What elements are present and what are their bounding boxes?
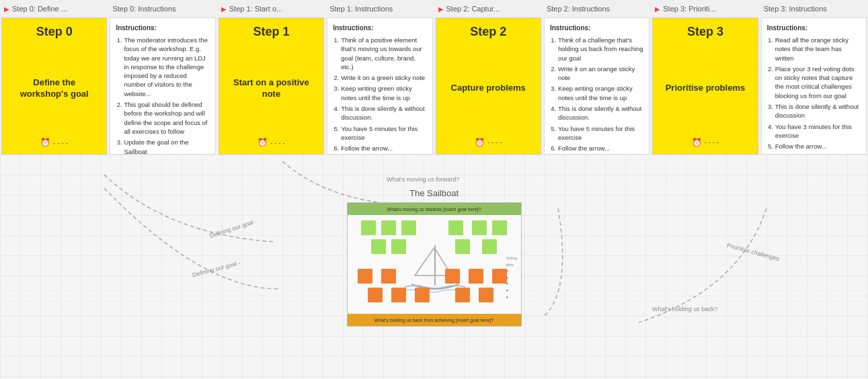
step-3-title: Prioritise problems xyxy=(666,83,745,94)
sticky-orange-3 xyxy=(445,269,460,284)
step-3-pair: ▶ Step 3: Prioriti... Step 3 Prioritise … xyxy=(651,0,868,155)
step-2-inst-2: Write it on an orange sticky note xyxy=(558,65,643,83)
sailboat-top-bar: What's moving us towards [Insert goal he… xyxy=(348,203,521,215)
step-3-inst-header-title: Step 3: Instructions xyxy=(764,5,827,13)
step-0-inst-label: Instructions: xyxy=(116,24,209,33)
step-0-timer: - - - - xyxy=(53,139,68,146)
step-1-title: Start on a positive note xyxy=(226,77,317,100)
step-2-inst-list: Think of a challenge that's holding us b… xyxy=(550,36,643,153)
defining-goal-bottom-label: Defining our goal - xyxy=(192,259,241,279)
step-3-inst-header: Step 3: Instructions xyxy=(760,0,868,17)
sailboat-container: The Sailboat What's moving us towards [I… xyxy=(347,188,522,327)
step-1-inst-header-title: Step 1: Instructions xyxy=(329,5,393,13)
step-0-inst-2: This goal should be defined before the w… xyxy=(124,100,209,136)
step-2-header-title: Step 2: Captur... xyxy=(446,5,500,13)
step-3-instructions: Instructions: Read all the orange sticky… xyxy=(761,17,867,155)
step-1-inst-1: Think of a positive element that's movin… xyxy=(341,36,426,71)
sticky-orange-9 xyxy=(455,288,470,302)
step-0-triangle-icon: ▶ xyxy=(4,5,9,13)
step-1-triangle-icon: ▶ xyxy=(221,5,227,13)
step-0-inst-list: The moderator introduces the focus of th… xyxy=(116,36,209,155)
step-3-footer: ⏰ - - - - xyxy=(660,138,750,147)
sticky-green-1 xyxy=(361,220,376,235)
sticky-green-2 xyxy=(381,220,396,235)
sticky-orange-5 xyxy=(492,269,507,284)
step-3-inst-4: You have 3 minutes for this exercise xyxy=(775,122,861,140)
sticky-orange-4 xyxy=(469,269,483,284)
step-0-inst-wrapper: Step 0: Instructions Instructions: The m… xyxy=(108,0,216,155)
step-2-card: Step 2 Capture problems ⏰ - - - - xyxy=(436,17,541,155)
sticky-orange-6 xyxy=(368,288,383,302)
step-2-inst-1: Think of a challenge that's holding us b… xyxy=(558,36,643,62)
sailboat-middle: Voting dots ●●●●● xyxy=(348,215,521,314)
step-0-clock-icon: ⏰ xyxy=(40,138,50,147)
step-1-inst-5: You have 5 minutes for this exercise xyxy=(341,124,426,142)
step-3-header: ▶ Step 3: Prioriti... xyxy=(651,0,759,17)
sticky-green-10 xyxy=(482,239,497,254)
step-2-triangle-icon: ▶ xyxy=(438,5,444,13)
step-0-inst-1: The moderator introduces the focus of th… xyxy=(124,36,209,98)
step-1-number: Step 1 xyxy=(253,25,289,39)
step-1-instructions: Instructions: Think of a positive elemen… xyxy=(327,17,432,155)
step-3-number: Step 3 xyxy=(687,25,723,39)
step-2-number: Step 2 xyxy=(470,25,506,39)
step-0-card: Step 0 Define the workshop's goal ⏰ - - … xyxy=(1,17,107,155)
step-2-clock-icon: ⏰ xyxy=(475,138,485,147)
prioritize-label: Prioritize challenges xyxy=(726,242,780,263)
step-3-card: Step 3 Prioritise problems ⏰ - - - - xyxy=(652,17,758,155)
sailboat-bottom-label: What's holding us back from achieving [I… xyxy=(374,318,494,323)
sticky-orange-2 xyxy=(381,269,396,284)
step-1-header-title: Step 1: Start o... xyxy=(229,5,283,13)
sailboat-top-label: What's moving us towards [Insert goal he… xyxy=(387,207,481,212)
step-1-inst-2: Write it on a green sticky note xyxy=(341,73,426,82)
step-1-timer: - - - - xyxy=(270,139,285,146)
sticky-green-7 xyxy=(371,239,386,254)
sticky-green-3 xyxy=(401,220,416,235)
step-3-card-wrapper: ▶ Step 3: Prioriti... Step 3 Prioritise … xyxy=(651,0,759,155)
step-0-instructions: Instructions: The moderator introduces t… xyxy=(110,17,215,155)
step-1-inst-6: Follow the arrow... xyxy=(341,144,426,153)
step-3-triangle-icon: ▶ xyxy=(655,5,660,13)
moving-forward-label: What's moving us forward? xyxy=(387,176,459,183)
step-3-inst-2: Place your 3 red voting dots on sticky n… xyxy=(775,65,861,100)
step-2-footer: ⏰ - - - - xyxy=(443,138,534,147)
step-3-inst-list: Read all the orange sticky notes that th… xyxy=(767,36,861,151)
step-0-pair: ▶ Step 0: Define ... Step 0 Define the w… xyxy=(0,0,217,155)
step-2-inst-5: You have 5 minutes for this exercise xyxy=(558,124,643,142)
step-1-header: ▶ Step 1: Start o... xyxy=(217,0,325,17)
step-3-inst-1: Read all the orange sticky notes that th… xyxy=(775,36,861,62)
sticky-orange-8 xyxy=(415,288,430,302)
step-3-inst-5: Follow the arrow... xyxy=(775,142,861,151)
svg-marker-1 xyxy=(415,247,435,276)
step-1-inst-list: Think of a positive element that's movin… xyxy=(333,36,426,153)
sticky-orange-7 xyxy=(391,288,406,302)
step-1-inst-label: Instructions: xyxy=(333,24,426,33)
step-0-header: ▶ Step 0: Define ... xyxy=(0,0,108,17)
step-2-inst-label: Instructions: xyxy=(550,24,643,33)
step-2-title: Capture problems xyxy=(451,83,526,94)
step-1-card-wrapper: ▶ Step 1: Start o... Step 1 Start on a p… xyxy=(217,0,325,155)
defining-goal-top-label: Defining our goal - xyxy=(208,218,258,239)
step-1-clock-icon: ⏰ xyxy=(258,138,268,147)
step-2-timer: - - - - xyxy=(487,138,502,146)
step-0-footer: ⏰ - - - - xyxy=(9,138,100,147)
step-3-header-title: Step 3: Prioriti... xyxy=(663,5,715,13)
canvas-area: What's moving us forward? Defining our g… xyxy=(0,155,868,379)
sailboat-bottom-bar: What's holding us back from achieving [I… xyxy=(348,314,521,326)
step-1-footer: ⏰ - - - - xyxy=(226,138,317,147)
sticky-orange-10 xyxy=(479,288,494,302)
step-2-inst-3: Keep writing orange sticky notes until t… xyxy=(558,84,643,102)
step-1-inst-3: Keep writing green sticky notes until th… xyxy=(341,84,426,102)
step-3-inst-label: Instructions: xyxy=(767,24,861,33)
sticky-green-4 xyxy=(448,220,463,235)
step-2-inst-6: Follow the arrow... xyxy=(558,144,643,153)
step-3-timer: - - - - xyxy=(705,138,719,146)
step-2-instructions: Instructions: Think of a challenge that'… xyxy=(544,17,649,155)
step-0-inst-header: Step 0: Instructions xyxy=(108,0,216,17)
step-1-card: Step 1 Start on a positive note ⏰ - - - … xyxy=(219,17,324,155)
sticky-green-6 xyxy=(492,220,507,235)
step-3-inst-wrapper: Step 3: Instructions Instructions: Read … xyxy=(760,0,868,155)
sailboat-title: The Sailboat xyxy=(347,188,522,198)
voting-area: Voting dots ●●●●● xyxy=(506,255,520,300)
step-2-inst-header: Step 2: Instructions xyxy=(543,0,651,17)
